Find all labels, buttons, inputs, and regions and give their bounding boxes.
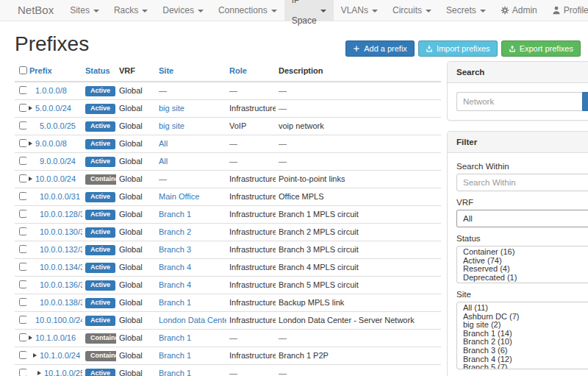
expand-arrow-icon[interactable] [33,353,37,358]
nav-item-sites[interactable]: Sites [62,0,107,21]
filter-option[interactable]: Reserved (4) [457,265,588,274]
nav-item-connections[interactable]: Connections [211,0,284,21]
filter-option[interactable]: Branch 2 (10) [457,338,588,347]
filter-option[interactable]: Container (16) [457,248,588,257]
add-prefix-button[interactable]: Add a prefix [345,40,415,57]
expand-arrow-icon[interactable] [29,177,32,181]
nav-item-racks[interactable]: Racks [107,0,155,21]
site-link[interactable]: Main Office [159,192,199,201]
export-prefixes-button[interactable]: Export prefixes [501,40,581,57]
row-checkbox[interactable] [19,316,26,324]
expand-arrow-icon[interactable] [29,106,32,110]
filter-option[interactable]: Branch 4 (12) [457,355,588,364]
app-brand[interactable]: NetBox [18,0,62,21]
prefix-link[interactable]: 10.0.0.130/31 [40,227,82,236]
row-checkbox[interactable] [19,227,26,235]
expand-arrow-icon[interactable] [29,336,32,340]
search-input[interactable] [456,92,582,111]
import-prefixes-button[interactable]: Import prefixes [418,40,498,57]
role-cell: Infrastructure [226,188,276,206]
site-link[interactable]: big site [159,104,184,113]
page-header: Add a prefix Import prefixes Export pref… [0,33,588,55]
row-checkbox[interactable] [19,333,26,341]
column-header-role[interactable]: Role [226,61,276,82]
nav-item-circuits[interactable]: Circuits [385,0,439,21]
row-checkbox[interactable] [19,263,26,271]
prefix-link[interactable]: 10.1.0.0/25 [44,369,82,376]
expand-arrow-icon[interactable] [37,371,41,375]
nav-item-ip-space[interactable]: IP Space [284,0,334,21]
prefix-link[interactable]: 10.0.0.136/31 [40,280,82,289]
row-checkbox[interactable] [19,351,26,359]
search-button[interactable] [582,92,588,111]
site-link[interactable]: big site [159,121,184,130]
row-checkbox[interactable] [19,139,26,147]
prefix-link[interactable]: 10.0.0.134/31 [40,263,82,272]
nav-item-profile[interactable]: Profile [545,0,588,21]
row-checkbox[interactable] [19,210,26,218]
column-header-status[interactable]: Status [82,61,116,82]
main-nav: Sites Racks Devices Connections IP Space… [62,0,493,21]
prefix-link[interactable]: 10.1.0.0/24 [40,351,80,360]
site-link[interactable]: Branch 3 [159,245,191,254]
prefix-link[interactable]: 10.0.100.0/24 [35,316,82,324]
prefix-link[interactable]: 10.0.0.132/31 [40,245,82,254]
site-link[interactable]: Branch 1 [159,351,191,360]
expand-arrow-icon[interactable] [29,141,32,146]
row-checkbox[interactable] [19,245,26,253]
filter-option[interactable]: All (11) [457,304,588,313]
row-checkbox[interactable] [19,369,26,376]
row-checkbox[interactable] [19,121,26,130]
prefix-link[interactable]: 5.0.0.0/24 [35,104,71,113]
prefix-link[interactable]: 5.0.0.0/25 [40,121,76,130]
column-header-site[interactable]: Site [156,61,226,82]
filter-option[interactable]: Branch 3 (6) [457,347,588,355]
nav-item-devices[interactable]: Devices [155,0,211,21]
nav-item-secrets[interactable]: Secrets [439,0,493,21]
row-checkbox[interactable] [19,174,26,182]
site-link[interactable]: All [159,139,168,148]
filter-input-search-within[interactable] [456,174,588,191]
filter-option[interactable]: Deprecated (1) [457,274,588,283]
row-checkbox[interactable] [19,104,26,112]
nav-item-admin[interactable]: Admin [493,0,545,21]
prefix-link[interactable]: 9.0.0.0/8 [35,139,67,148]
table-row: 5.0.0.0/25 Active Global big site VoIP v… [15,118,441,135]
site-link[interactable]: All [159,157,168,166]
row-checkbox[interactable] [19,298,26,306]
site-link[interactable]: Branch 2 [159,227,191,236]
prefix-link[interactable]: 10.0.0.0/24 [35,174,76,183]
filter-option[interactable]: big site (2) [457,321,588,330]
site-link[interactable]: London Data Center [159,316,226,324]
filter-option[interactable]: Ashburn DC (7) [457,313,588,322]
filter-list-status[interactable]: Container (16)Active (74)Reserved (4)Dep… [456,246,588,283]
status-badge: Active [85,369,115,376]
site-link[interactable]: Branch 4 [159,263,191,272]
prefix-link[interactable]: 10.0.0.0/31 [40,192,80,201]
prefix-link[interactable]: 10.0.0.138/31 [40,298,82,307]
select-all-checkbox[interactable] [19,66,27,74]
filter-list-site[interactable]: All (11)Ashburn DC (7)big site (2)Branch… [456,302,588,369]
filter-option[interactable]: Active (74) [457,257,588,266]
filter-select-vrf[interactable]: All [456,210,588,227]
nav-item-vlans[interactable]: VLANs [334,0,385,21]
site-link[interactable]: Branch 1 [159,333,191,342]
prefix-link[interactable]: 10.0.0.128/31 [40,210,82,219]
prefix-link[interactable]: 1.0.0.0/8 [35,86,67,95]
prefix-link[interactable]: 10.1.0.0/16 [35,333,76,342]
column-header-prefix[interactable]: Prefix [26,61,82,82]
site-link[interactable]: Branch 1 [159,369,191,376]
prefix-link[interactable]: 9.0.0.0/24 [40,157,76,166]
empty-value: — [229,369,237,376]
filter-option[interactable]: Branch 1 (14) [457,330,588,338]
row-checkbox[interactable] [19,280,26,288]
site-link[interactable]: Branch 1 [159,210,191,219]
site-link[interactable]: Branch 4 [159,280,191,289]
nav-item-label: Circuits [392,0,422,21]
row-checkbox[interactable] [19,86,26,94]
row-checkbox[interactable] [19,192,26,200]
row-checkbox[interactable] [19,157,26,165]
site-link[interactable]: Branch 1 [159,298,191,307]
filter-option[interactable]: Branch 5 (7) [457,363,588,369]
status-badge: Active [85,316,115,326]
